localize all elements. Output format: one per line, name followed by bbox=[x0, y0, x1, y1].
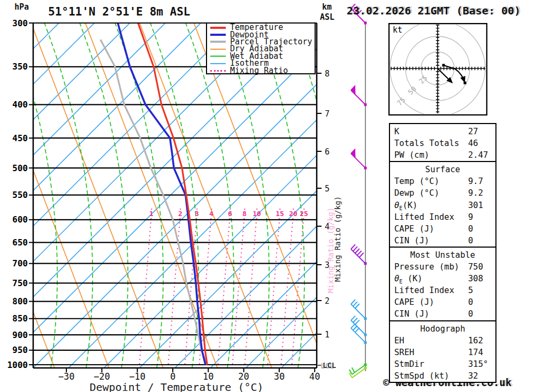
wind-barb-staff bbox=[349, 4, 367, 378]
svg-text:2: 2 bbox=[178, 210, 182, 218]
table-header: Surface bbox=[390, 164, 495, 175]
svg-text:850: 850 bbox=[12, 313, 28, 324]
row-label: PW (cm) bbox=[394, 150, 429, 160]
altitude-axis-unit-asl: ASL bbox=[320, 12, 334, 22]
table-header: Most Unstable bbox=[390, 249, 495, 261]
pressure-axis-unit: hPa bbox=[14, 2, 29, 12]
svg-text:1: 1 bbox=[325, 330, 330, 340]
run-datetime: 23.02.2026 21GMT (Base: 00) bbox=[347, 4, 521, 17]
skewt-sounding-page: 3003504004505005506006507007508008509009… bbox=[0, 0, 535, 392]
wind-barb bbox=[351, 86, 367, 106]
legend-item: Mixing Ratio bbox=[210, 67, 315, 74]
svg-text:700: 700 bbox=[12, 258, 28, 268]
row-label: SREH bbox=[394, 348, 414, 357]
table-row: CIN (J)0 bbox=[390, 308, 495, 320]
table-row: θE (K)308 bbox=[390, 273, 495, 285]
row-value: 2.47 bbox=[468, 149, 488, 161]
row-value: 0 bbox=[468, 223, 473, 235]
chart-legend: TemperatureDewpointParcel TrajectoryDry … bbox=[206, 22, 316, 74]
row-label: Lifted Index bbox=[394, 286, 454, 295]
row-label: CAPE (J) bbox=[394, 297, 434, 307]
svg-text:2: 2 bbox=[325, 296, 330, 306]
row-label: CAPE (J) bbox=[394, 224, 434, 234]
svg-text:400: 400 bbox=[12, 99, 28, 110]
row-label: StmSpd (kt) bbox=[394, 371, 449, 381]
table-row: K27 bbox=[390, 126, 495, 137]
row-label: θE (K) bbox=[394, 274, 423, 283]
row-value: 5 bbox=[468, 285, 473, 296]
svg-text:900: 900 bbox=[12, 330, 28, 340]
row-value: 162 bbox=[468, 335, 483, 347]
row-value: 174 bbox=[468, 347, 483, 358]
hodograph-unit-label: kt bbox=[393, 25, 402, 35]
svg-text:950: 950 bbox=[12, 345, 28, 355]
svg-text:20: 20 bbox=[289, 210, 297, 218]
legend-swatch-parcel-trajectory bbox=[210, 41, 226, 43]
svg-text:750: 750 bbox=[12, 278, 28, 288]
svg-text:600: 600 bbox=[12, 214, 28, 225]
row-label: Pressure (mb) bbox=[394, 262, 459, 272]
table-surface: SurfaceTemp (°C)9.7Dewp (°C)9.2θE(K)301L… bbox=[389, 161, 496, 248]
legend-swatch-temperature bbox=[210, 27, 226, 29]
row-label: Totals Totals bbox=[394, 139, 459, 148]
row-label: Lifted Index bbox=[394, 212, 454, 222]
lcl-marker-label: LCL bbox=[323, 361, 336, 370]
row-value: 750 bbox=[468, 261, 483, 273]
svg-text:350: 350 bbox=[12, 62, 28, 72]
svg-text:15: 15 bbox=[276, 210, 284, 218]
svg-text:25: 25 bbox=[300, 210, 308, 218]
table-row: CAPE (J)0 bbox=[390, 296, 495, 308]
table-row: StmDir315° bbox=[390, 358, 495, 370]
row-label: EH bbox=[394, 336, 404, 345]
svg-text:20: 20 bbox=[238, 371, 249, 382]
legend-swatch-isotherm bbox=[210, 63, 226, 64]
legend-swatch-dewpoint bbox=[210, 34, 226, 36]
svg-text:8: 8 bbox=[325, 69, 330, 79]
table-row: Dewp (°C)9.2 bbox=[390, 187, 495, 199]
svg-text:6: 6 bbox=[228, 210, 232, 218]
svg-text:0: 0 bbox=[170, 371, 175, 382]
table-hodograph: HodographEH162SREH174StmDir315°StmSpd (k… bbox=[389, 320, 496, 383]
table-header: Hodograph bbox=[390, 323, 495, 335]
svg-text:550: 550 bbox=[12, 190, 28, 200]
svg-text:1: 1 bbox=[149, 210, 154, 218]
table-row: Pressure (mb)750 bbox=[390, 261, 495, 273]
wind-barb bbox=[351, 244, 367, 265]
mixing-ratio-axis-label: Mixing Ratio (g/kg) bbox=[333, 196, 342, 282]
svg-text:30: 30 bbox=[274, 371, 285, 382]
svg-text:450: 450 bbox=[12, 133, 28, 143]
svg-text:4: 4 bbox=[209, 210, 213, 218]
mixing-ratio-value-labels: 12346810152025 bbox=[149, 210, 308, 218]
page-title: 51°11'N 2°51'E 8m ASL bbox=[48, 5, 190, 18]
table-row: Lifted Index9 bbox=[390, 211, 495, 223]
row-label: CIN (J) bbox=[394, 309, 429, 319]
wind-barb bbox=[351, 149, 367, 170]
dewpoint-curve bbox=[118, 23, 205, 365]
svg-text:40: 40 bbox=[309, 371, 320, 382]
svg-text:300: 300 bbox=[12, 18, 28, 28]
legend-swatch-dry-adiabat bbox=[210, 49, 226, 50]
table-row: Temp (°C)9.7 bbox=[390, 175, 495, 187]
row-value: 0 bbox=[468, 308, 473, 320]
row-value: 301 bbox=[468, 199, 483, 211]
table-row: EH162 bbox=[390, 335, 495, 347]
svg-text:10: 10 bbox=[253, 210, 261, 218]
svg-text:−20: −20 bbox=[94, 371, 110, 382]
svg-text:800: 800 bbox=[12, 296, 28, 306]
table-most-unstable: Most UnstablePressure (mb)750θE (K)308Li… bbox=[389, 247, 496, 321]
indices-tables: K27Totals Totals46PW (cm)2.47SurfaceTemp… bbox=[389, 124, 496, 383]
row-label: Temp (°C) bbox=[394, 176, 439, 186]
row-value: 9.7 bbox=[468, 175, 483, 187]
table-row: CAPE (J)0 bbox=[390, 223, 495, 235]
svg-text:−30: −30 bbox=[58, 371, 75, 382]
row-value: 46 bbox=[468, 137, 478, 149]
svg-text:500: 500 bbox=[12, 163, 28, 173]
table-row: SREH174 bbox=[390, 347, 495, 358]
skewt-chart: 3003504004505005506006507007508008509009… bbox=[0, 0, 374, 392]
svg-text:10: 10 bbox=[203, 371, 213, 382]
svg-text:1000: 1000 bbox=[7, 360, 28, 370]
table-row: StmSpd (kt)32 bbox=[390, 370, 495, 382]
svg-text:8: 8 bbox=[242, 210, 247, 218]
row-label: K bbox=[394, 127, 399, 136]
row-label: StmDir bbox=[394, 359, 424, 369]
